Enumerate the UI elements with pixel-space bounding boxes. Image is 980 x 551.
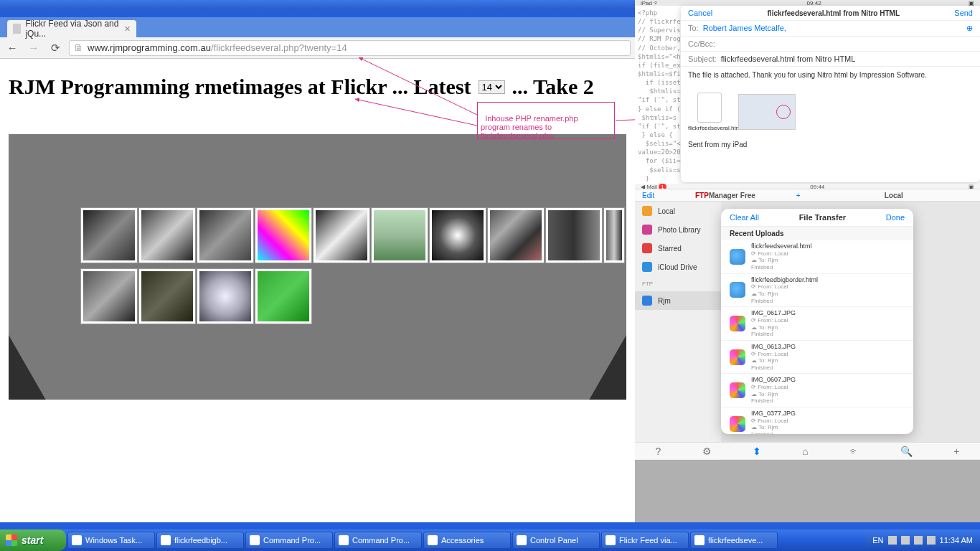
file-from: ⟳ From: Local (751, 418, 796, 425)
gear-icon[interactable]: ⚙ (702, 446, 712, 457)
sidebar-item-rjm[interactable]: Rjm (635, 291, 721, 310)
task-icon (339, 535, 349, 545)
thumbnail[interactable] (429, 207, 486, 263)
system-tray[interactable]: EN 11:34 AM (865, 529, 980, 551)
tray-icon[interactable] (914, 536, 923, 545)
to-value: Robert James Metcalfe, (703, 24, 786, 33)
thumbnail[interactable] (197, 207, 254, 263)
transfer-item[interactable]: flickrfeedseveral.html⟳ From: Local☁ To:… (721, 240, 913, 274)
mail-title: flickrfeedseveral.html from Nitro HTML (768, 9, 900, 17)
home-icon[interactable]: ⌂ (802, 446, 808, 457)
attachment-file[interactable]: flickrfeedseveral.html (688, 93, 731, 131)
page-icon: 🗎 (74, 42, 83, 53)
add-button[interactable]: + (796, 192, 801, 199)
transfer-icon[interactable]: ⬍ (753, 446, 761, 457)
mail-subject-row[interactable]: Subject: flickrfeedseveral.html from Nit… (681, 52, 980, 67)
transfer-item[interactable]: IMG_0607.JPG⟳ From: Local☁ To: RjmFinish… (721, 374, 913, 408)
wifi-icon[interactable]: ᯤ (849, 446, 859, 457)
transfer-item[interactable]: flickrfeedbigborder.html⟳ From: Local☁ T… (721, 274, 913, 308)
mail-attachment: flickrfeedseveral.html (688, 93, 796, 131)
file-type-icon (730, 382, 745, 398)
nav-right-title: Local (885, 192, 903, 199)
thumbnail[interactable] (197, 268, 254, 324)
taskbar-item[interactable]: Control Panel (512, 532, 600, 549)
start-button[interactable]: start (0, 529, 66, 551)
taskbar-item[interactable]: Flickr Feed via... (601, 532, 689, 549)
tray-icon[interactable] (901, 536, 910, 545)
file-to: ☁ To: Rjm (751, 424, 796, 431)
subject-label: Subject: (688, 55, 717, 63)
task-icon (694, 535, 705, 545)
sidebar-item-local[interactable]: Local (635, 202, 721, 220)
address-bar[interactable]: 🗎 www.rjmprogramming.com.au/flickrfeedse… (69, 40, 631, 56)
thumbnail[interactable] (487, 207, 545, 263)
search-icon[interactable]: 🔍 (900, 446, 913, 457)
thumbnail[interactable] (80, 268, 138, 324)
mail-body[interactable]: The file is attached. Thank you for usin… (681, 67, 980, 153)
subject-value: flickrfeedseveral.html from Nitro HTML (721, 55, 856, 63)
annotation-renamer: Inhouse PHP renamer.php program renames … (481, 114, 578, 140)
tray-clock[interactable]: 11:34 AM (940, 536, 973, 545)
stage-floor (9, 335, 626, 400)
taskbar-item[interactable]: Command Pro... (245, 532, 333, 549)
reload-button[interactable]: ⟳ (47, 40, 63, 56)
forward-button[interactable]: → (26, 40, 42, 56)
taskbar-item[interactable]: Windows Task... (67, 532, 155, 549)
file-status: Finished (751, 298, 818, 305)
thumbnail[interactable] (80, 207, 138, 263)
file-status: Finished (751, 264, 812, 271)
file-from: ⟳ From: Local (751, 384, 796, 391)
thumbnail[interactable] (545, 207, 603, 263)
chrome-tabstrip: Flickr Feed via Json and jQu... ✕ (0, 17, 635, 37)
task-label: Command Pro... (352, 536, 410, 545)
file-from: ⟳ From: Local (751, 283, 818, 291)
sidebar-item-icloud[interactable]: iCloud Drive (635, 258, 721, 276)
plus-icon[interactable]: + (953, 446, 959, 457)
back-button[interactable]: ← (4, 40, 20, 56)
start-label: start (22, 534, 43, 546)
thumbnail[interactable] (255, 268, 312, 324)
sidebar-item-photo[interactable]: Photo Library (635, 220, 721, 239)
thumbnail[interactable] (138, 268, 196, 324)
mail-ccbcc-row[interactable]: Cc/Bcc: (681, 37, 980, 52)
count-select[interactable]: 14 (479, 80, 505, 94)
chrome-tab[interactable]: Flickr Feed via Json and jQu... ✕ (7, 20, 136, 37)
thumbnail[interactable] (371, 207, 428, 263)
file-from: ⟳ From: Local (751, 317, 796, 324)
help-icon[interactable]: ? (656, 446, 661, 457)
close-icon[interactable]: ✕ (124, 24, 131, 34)
tray-lang[interactable]: EN (872, 536, 883, 545)
tray-icon[interactable] (927, 536, 936, 545)
sidebar-item-label: Starred (658, 245, 682, 253)
thumbnail[interactable] (255, 207, 312, 263)
sidebar-item-label: Rjm (658, 297, 671, 305)
recent-uploads-label: Recent Uploads (721, 227, 913, 240)
clear-all-button[interactable]: Clear All (730, 213, 759, 222)
send-button[interactable]: Send (954, 9, 973, 17)
taskbar-item[interactable]: Command Pro... (334, 532, 422, 549)
cancel-button[interactable]: Cancel (688, 9, 712, 17)
thumbnail[interactable] (603, 207, 625, 263)
task-label: Windows Task... (85, 536, 142, 545)
transfer-item[interactable]: IMG_0377.JPG⟳ From: Local☁ To: RjmFinish… (721, 408, 913, 434)
taskbar-item[interactable]: flickrfeedbigb... (156, 532, 244, 549)
edit-button[interactable]: Edit (642, 192, 654, 199)
transfer-item[interactable]: IMG_0613.JPG⟳ From: Local☁ To: RjmFinish… (721, 341, 913, 375)
file-type-icon (730, 316, 745, 331)
annotation-circle (776, 105, 791, 119)
thumbnail[interactable] (313, 207, 370, 263)
thumbnail[interactable] (138, 207, 196, 263)
sidebar-item-label: Local (658, 207, 675, 215)
transfer-item[interactable]: IMG_0617.JPG⟳ From: Local☁ To: RjmFinish… (721, 307, 913, 341)
taskbar-item[interactable]: flickrfeedseve... (690, 532, 778, 549)
mail-to-row[interactable]: To: Robert James Metcalfe, ⊕ (681, 21, 980, 37)
add-recipient-icon[interactable]: ⊕ (966, 24, 973, 33)
done-button[interactable]: Done (886, 213, 905, 222)
sidebar-item-starred[interactable]: Starred (635, 239, 721, 258)
taskbar-item[interactable]: Accessories (423, 532, 511, 549)
page-heading: RJM Programming rmetimages at Flickr ...… (0, 59, 635, 99)
tray-icon[interactable] (888, 536, 897, 545)
task-icon (428, 535, 438, 545)
flickr-stage (9, 134, 626, 400)
file-type-icon (730, 349, 745, 365)
